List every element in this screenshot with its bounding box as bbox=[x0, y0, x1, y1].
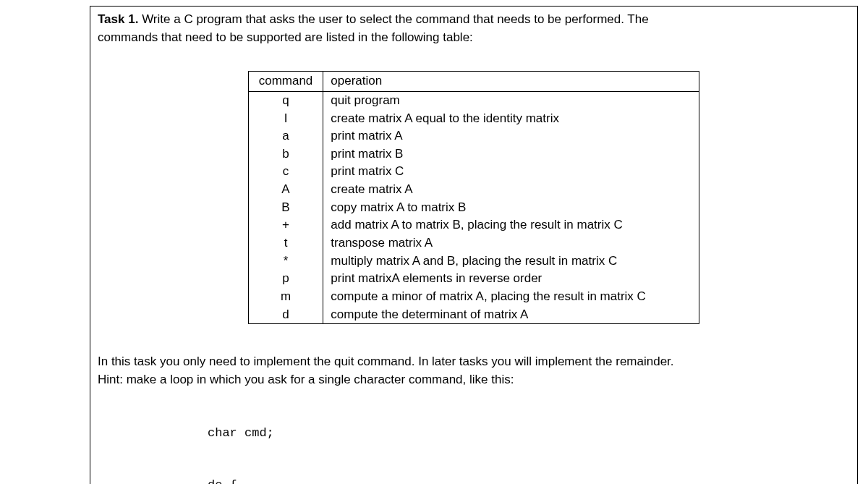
op-cell: print matrix C bbox=[323, 163, 699, 181]
cmd-cell: A bbox=[248, 181, 323, 199]
cmd-cell: a bbox=[248, 127, 323, 145]
table-row: cprint matrix C bbox=[248, 163, 699, 181]
op-cell: copy matrix A to matrix B bbox=[323, 199, 699, 217]
cmd-cell: * bbox=[248, 252, 323, 271]
code-line: do { bbox=[187, 477, 840, 484]
cmd-cell: t bbox=[248, 234, 323, 252]
cmd-cell: d bbox=[248, 306, 323, 324]
op-cell: print matrix B bbox=[323, 145, 699, 164]
op-cell: print matrixA elements in reverse order bbox=[323, 270, 699, 288]
table-row: Bcopy matrix A to matrix B bbox=[248, 199, 699, 217]
table-row: dcompute the determinant of matrix A bbox=[248, 306, 699, 324]
op-cell: multiply matrix A and B, placing the res… bbox=[323, 252, 699, 271]
op-cell: print matrix A bbox=[323, 127, 699, 145]
table-header-operation: operation bbox=[323, 72, 699, 92]
cmd-cell: B bbox=[248, 199, 323, 217]
task-prompt-line1: Write a C program that asks the user to … bbox=[142, 12, 649, 26]
cmd-cell: m bbox=[248, 288, 323, 306]
table-row: *multiply matrix A and B, placing the re… bbox=[248, 252, 699, 271]
table-row: bprint matrix B bbox=[248, 145, 699, 164]
cmd-cell: + bbox=[248, 216, 323, 234]
op-cell: create matrix A equal to the identity ma… bbox=[323, 110, 699, 128]
code-line: char cmd; bbox=[187, 425, 840, 442]
table-row: ttranspose matrix A bbox=[248, 234, 699, 252]
cmd-cell: q bbox=[248, 91, 323, 109]
cmd-cell: b bbox=[248, 145, 323, 164]
body-line1: In this task you only need to implement … bbox=[98, 353, 850, 371]
table-row: mcompute a minor of matrix A, placing th… bbox=[248, 288, 699, 306]
command-table: command operation qquit program Icreate … bbox=[248, 71, 700, 324]
table-row: Icreate matrix A equal to the identity m… bbox=[248, 110, 699, 128]
body-line2: Hint: make a loop in which you ask for a… bbox=[98, 371, 850, 389]
body-text: In this task you only need to implement … bbox=[98, 353, 850, 389]
cmd-cell: c bbox=[248, 163, 323, 181]
table-row: aprint matrix A bbox=[248, 127, 699, 145]
op-cell: compute a minor of matrix A, placing the… bbox=[323, 288, 699, 306]
table-row: +add matrix A to matrix B, placing the r… bbox=[248, 216, 699, 234]
code-block: char cmd; do { printf ("Command? "); sca… bbox=[187, 391, 840, 484]
task-title: Task 1. bbox=[98, 12, 138, 26]
op-cell: compute the determinant of matrix A bbox=[323, 306, 699, 324]
table-header-command: command bbox=[248, 72, 323, 92]
task-prompt-line2: commands that need to be supported are l… bbox=[98, 29, 850, 47]
command-table-wrapper: command operation qquit program Icreate … bbox=[98, 71, 850, 324]
cmd-cell: I bbox=[248, 110, 323, 128]
op-cell: transpose matrix A bbox=[323, 234, 699, 252]
op-cell: quit program bbox=[323, 91, 699, 109]
op-cell: create matrix A bbox=[323, 181, 699, 199]
table-header-row: command operation bbox=[248, 72, 699, 92]
task-box: Task 1. Write a C program that asks the … bbox=[90, 6, 858, 484]
table-row: Acreate matrix A bbox=[248, 181, 699, 199]
table-row: pprint matrixA elements in reverse order bbox=[248, 270, 699, 288]
op-cell: add matrix A to matrix B, placing the re… bbox=[323, 216, 699, 234]
table-row: qquit program bbox=[248, 91, 699, 109]
cmd-cell: p bbox=[248, 270, 323, 288]
